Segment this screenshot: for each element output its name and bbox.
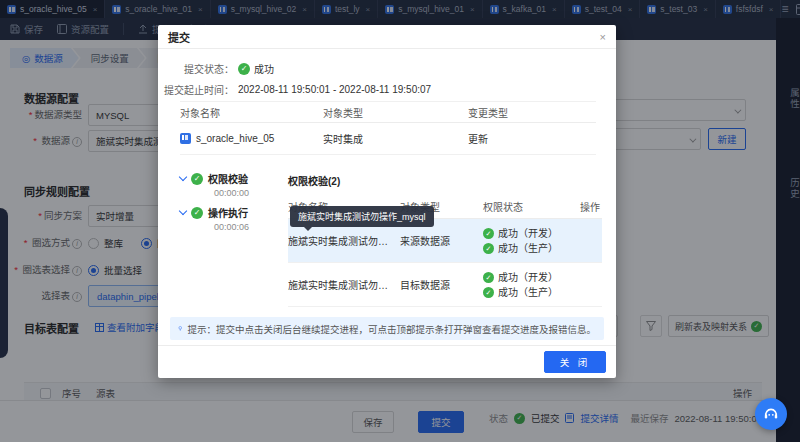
close-modal-button[interactable]: 关 闭	[544, 351, 606, 373]
success-check-icon	[483, 243, 494, 254]
perm-status-dev: 成功（开发）	[498, 270, 558, 285]
hint-bar: 提示：提交中点击关闭后台继续提交进程，可点击顶部提示条打开弹窗查看提交进度及报错…	[170, 317, 604, 340]
modal-close-icon[interactable]: ×	[600, 31, 606, 43]
perm-object-name: 施斌实时集成测试勿操作...	[288, 233, 400, 248]
step-label: 权限校验	[208, 171, 248, 186]
hint-text: 提示：提交中点击关闭后台继续提交进程，可点击顶部提示条打开弹窗查看提交进度及报错…	[187, 322, 596, 336]
submit-status-value: 成功	[254, 61, 274, 76]
integration-icon	[180, 133, 191, 144]
success-check-icon	[191, 173, 203, 185]
success-check-icon	[483, 287, 494, 298]
chevron-down-icon[interactable]	[179, 207, 187, 215]
perm-status-header: 权限状态	[483, 199, 563, 214]
submit-status-row: 提交状态： 成功	[158, 61, 274, 76]
perm-object-type: 来源数据源	[400, 233, 483, 248]
perm-object-type: 目标数据源	[400, 277, 483, 292]
submit-status-label: 提交状态：	[158, 61, 234, 76]
modal-header: 提交 ×	[158, 25, 616, 49]
submit-modal: 提交 × 提交状态： 成功 提交起止时间： 2022-08-11 19:50:0…	[158, 25, 616, 378]
perm-action-header: 操作	[563, 199, 602, 214]
object-name-header: 对象名称	[180, 105, 323, 120]
perm-status-prod: 成功（生产）	[498, 285, 558, 300]
submit-time-row: 提交起止时间： 2022-08-11 19:50:01 - 2022-08-11…	[158, 82, 431, 97]
change-type-header: 变更类型	[468, 105, 596, 120]
object-table-header: 对象名称 对象类型 变更类型	[180, 101, 596, 123]
success-check-icon	[238, 63, 250, 75]
object-type: 实时集成	[323, 131, 468, 146]
permission-panel-title: 权限校验(2)	[288, 173, 602, 188]
step-duration: 00:00:00	[214, 188, 249, 198]
bulb-icon	[178, 323, 182, 334]
perm-status-dev: 成功（开发）	[498, 226, 558, 241]
object-table-row: s_oracle_hive_05 实时集成 更新	[180, 123, 596, 155]
permission-panel: 权限校验(2) 对象名称 对象类型 权限状态 操作 施斌实时集成测试勿操作...…	[288, 173, 602, 307]
success-check-icon	[191, 207, 203, 219]
modal-footer: 关 闭	[158, 345, 616, 378]
chevron-down-icon[interactable]	[179, 173, 187, 181]
modal-title: 提交	[168, 29, 190, 45]
help-assistant-button[interactable]	[755, 398, 787, 430]
object-table: 对象名称 对象类型 变更类型 s_oracle_hive_05 实时集成 更新	[180, 101, 596, 155]
object-name-tooltip: 施斌实时集成测试勿操作_mysql	[290, 206, 434, 227]
submit-time-label: 提交起止时间：	[158, 82, 234, 97]
perm-object-name: 施斌实时集成测试勿操作...	[288, 277, 400, 292]
step-duration: 00:00:06	[214, 222, 249, 232]
app-window: s_oracle_hive_05 × s_oracle_hive_01 × s_…	[0, 0, 800, 442]
success-check-icon	[483, 228, 494, 239]
object-name: s_oracle_hive_05	[196, 133, 274, 144]
step-operation-exec[interactable]: 操作执行 00:00:06	[180, 205, 249, 232]
permission-row: 施斌实时集成测试勿操作... 目标数据源 成功（开发） 成功（生产）	[288, 263, 602, 307]
change-type: 更新	[468, 131, 596, 146]
submit-time-value: 2022-08-11 19:50:01 - 2022-08-11 19:50:0…	[238, 84, 431, 95]
object-type-header: 对象类型	[323, 105, 468, 120]
headset-icon	[762, 405, 780, 423]
step-label: 操作执行	[208, 205, 248, 220]
success-check-icon	[483, 272, 494, 283]
step-permission-check[interactable]: 权限校验 00:00:00	[180, 171, 249, 198]
perm-status-prod: 成功（生产）	[498, 241, 558, 256]
